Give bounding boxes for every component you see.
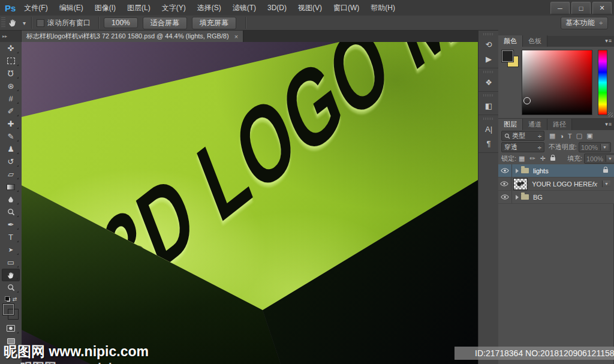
history-brush-tool[interactable]: ↺: [2, 155, 20, 168]
rectangle-tool[interactable]: ▭: [2, 256, 20, 269]
menu-type[interactable]: 文字(Y): [162, 3, 186, 13]
opacity-field[interactable]: 100% ▼: [579, 142, 611, 152]
lock-position-icon[interactable]: ✛: [540, 155, 546, 163]
toolbar-collapse[interactable]: ▸▸: [0, 31, 22, 42]
opacity-dropdown-icon[interactable]: ▼: [600, 144, 609, 151]
dock-grip[interactable]: [483, 33, 494, 35]
dock-grip[interactable]: [483, 94, 494, 97]
gradient-tool[interactable]: [2, 181, 20, 193]
pen-tool[interactable]: ✒: [2, 218, 20, 231]
lasso-tool[interactable]: ℧: [2, 67, 20, 80]
document-tab[interactable]: 标志样机logo样机vi样机3 72 2160 1580.psd @ 44.4%…: [22, 31, 243, 42]
type-tool[interactable]: T: [2, 231, 20, 243]
lock-pixels-icon[interactable]: ✏: [529, 155, 535, 163]
hand-tool[interactable]: [2, 269, 20, 281]
eyedropper-tool[interactable]: ✐: [2, 105, 20, 118]
healing-brush-tool[interactable]: ✚: [2, 118, 20, 130]
menu-filter[interactable]: 滤镜(T): [233, 3, 256, 13]
hue-slider[interactable]: [598, 50, 607, 115]
layer-row-logo[interactable]: YOUR LOGO HERE fx ▼: [498, 178, 614, 191]
default-colors-icon[interactable]: [5, 296, 11, 302]
filter-pixel-icon[interactable]: ▦: [549, 132, 555, 140]
menu-window[interactable]: 窗口(W): [333, 3, 359, 13]
eraser-tool[interactable]: ▱: [2, 168, 20, 181]
move-tool[interactable]: ✜: [2, 42, 20, 55]
layer-row-bg[interactable]: BG: [498, 191, 614, 204]
fill-dropdown-icon[interactable]: ▼: [606, 155, 614, 162]
dock-grip[interactable]: [483, 118, 494, 120]
visibility-cell[interactable]: [498, 191, 512, 203]
menu-file[interactable]: 文件(F): [24, 3, 47, 13]
actions-panel-icon[interactable]: ▶: [478, 52, 499, 66]
layer-thumbnail[interactable]: [513, 178, 528, 190]
layer-filter-dropdown[interactable]: 类型 ÷: [501, 131, 544, 141]
fill-field[interactable]: 100% ▼: [584, 154, 614, 164]
tab-channels[interactable]: 通道: [523, 119, 547, 130]
pen-icon: ✒: [8, 221, 14, 228]
menu-image[interactable]: 图像(I): [95, 3, 116, 13]
layer-fx-badge[interactable]: fx: [592, 181, 598, 188]
current-tool-chip[interactable]: ▾: [8, 18, 26, 28]
scroll-all-windows-checkbox[interactable]: [37, 19, 44, 27]
tab-swatches[interactable]: 色板: [523, 35, 547, 47]
menu-edit[interactable]: 编辑(E): [59, 3, 83, 13]
swap-colors-icon[interactable]: ⇄: [13, 296, 17, 302]
clone-stamp-tool[interactable]: ♟: [2, 143, 20, 155]
marquee-tool[interactable]: [2, 55, 20, 67]
workspace-switcher[interactable]: 基本功能 ÷: [561, 17, 609, 29]
properties-panel-icon[interactable]: ◧: [478, 98, 499, 113]
color-cursor[interactable]: [523, 97, 531, 104]
expand-triangle-icon[interactable]: [516, 169, 519, 173]
lock-transparency-icon[interactable]: ▦: [519, 155, 525, 163]
paragraph-panel-icon[interactable]: ¶: [478, 136, 499, 151]
document-canvas[interactable]: 3D LOGO MOCK: [22, 42, 478, 364]
panel-resize-grip[interactable]: [608, 112, 613, 117]
tab-color[interactable]: 颜色: [498, 35, 523, 47]
zoom-tool[interactable]: [2, 281, 20, 294]
blur-tool[interactable]: [2, 193, 20, 206]
opacity-label: 不透明度:: [549, 143, 577, 152]
maximize-button[interactable]: □: [571, 2, 591, 14]
filter-shape-icon[interactable]: ▢: [576, 132, 582, 140]
close-button[interactable]: ✕: [592, 2, 612, 14]
fill-screen-button[interactable]: 填充屏幕: [192, 17, 236, 29]
window-controls: ─ □ ✕: [550, 2, 612, 14]
quick-mask-button[interactable]: [2, 322, 20, 335]
menu-select[interactable]: 选择(S): [197, 3, 221, 13]
fx-expand-icon[interactable]: ▼: [602, 181, 610, 187]
filter-type-icon[interactable]: T: [568, 133, 572, 140]
foreground-color-swatch[interactable]: [502, 50, 513, 62]
dodge-tool[interactable]: [2, 206, 20, 218]
3d-panel-icon[interactable]: ❖: [478, 75, 499, 89]
path-selection-tool[interactable]: ➤: [2, 243, 20, 256]
visibility-cell[interactable]: [498, 164, 512, 177]
blend-mode-dropdown[interactable]: 穿透 ÷: [501, 142, 544, 152]
quick-selection-tool[interactable]: ⊛: [2, 80, 20, 92]
foreground-color-swatch[interactable]: [3, 304, 14, 315]
dock-grip[interactable]: [483, 71, 494, 73]
fit-screen-button[interactable]: 适合屏幕: [143, 17, 187, 29]
visibility-cell[interactable]: [498, 178, 511, 190]
panel-menu-icon[interactable]: ▾≡: [605, 38, 612, 44]
filter-adjustment-icon[interactable]: ◑: [559, 133, 564, 140]
menu-layer[interactable]: 图层(L): [127, 3, 151, 13]
layer-row-lights[interactable]: lights: [498, 164, 614, 178]
foreground-background-swatches[interactable]: [3, 304, 19, 320]
history-panel-icon[interactable]: ⟲: [478, 37, 499, 52]
brush-tool[interactable]: ✎: [2, 130, 20, 143]
tab-layers[interactable]: 图层: [498, 119, 523, 130]
lock-all-icon[interactable]: [550, 157, 555, 161]
tab-paths[interactable]: 路径: [547, 119, 572, 130]
panel-menu-icon[interactable]: ▾≡: [605, 121, 612, 127]
expand-triangle-icon[interactable]: [516, 195, 519, 200]
zoom-100-button[interactable]: 100%: [104, 17, 138, 28]
character-panel-icon[interactable]: A|: [478, 122, 499, 136]
minimize-button[interactable]: ─: [550, 2, 570, 14]
saturation-brightness-field[interactable]: [522, 50, 592, 115]
crop-tool[interactable]: #: [2, 92, 20, 105]
menu-3d[interactable]: 3D(D): [267, 4, 287, 12]
filter-smart-object-icon[interactable]: ▣: [586, 132, 592, 140]
menu-view[interactable]: 视图(V): [298, 3, 322, 13]
menu-help[interactable]: 帮助(H): [371, 3, 395, 13]
tab-close-icon[interactable]: ×: [234, 33, 238, 40]
